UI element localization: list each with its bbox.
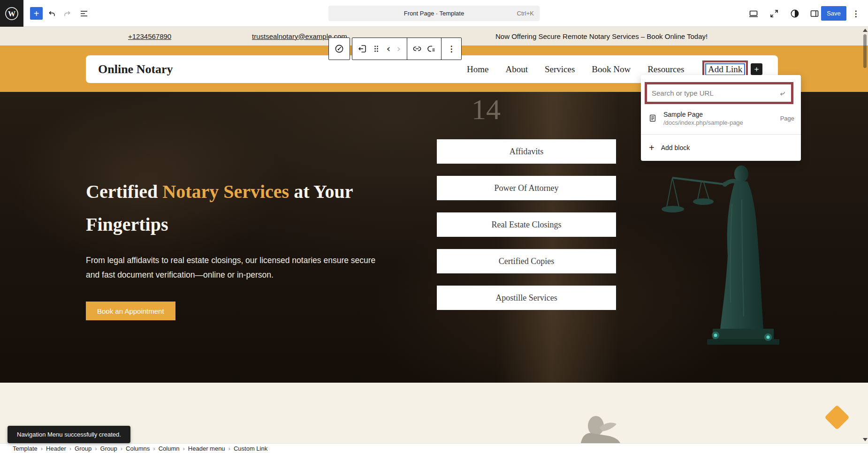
document-overview-button[interactable] — [78, 8, 90, 19]
add-submenu-button[interactable] — [426, 43, 437, 54]
phone-link[interactable]: +1234567890 — [128, 27, 171, 45]
breadcrumb-button[interactable]: Group — [75, 445, 91, 452]
block-breadcrumb: Template › Header › Group › Group › Colu… — [0, 443, 868, 453]
snackbar-notice[interactable]: Navigation Menu successfully created. — [8, 426, 130, 443]
svg-text:W: W — [8, 9, 15, 17]
plus-icon: + — [754, 65, 759, 73]
breadcrumb-separator-icon: › — [183, 445, 184, 452]
document-title: Front Page · Template — [404, 10, 464, 17]
link-button[interactable] — [411, 43, 423, 54]
drag-handle[interactable] — [371, 43, 382, 54]
list-view-icon — [78, 8, 90, 19]
breadcrumb-item: Header menu › — [188, 445, 230, 452]
command-shortcut: Ctrl+K — [517, 10, 534, 17]
wordpress-logo[interactable]: W — [0, 0, 23, 27]
chevron-right-icon: › — [397, 44, 401, 54]
link-icon — [411, 43, 423, 54]
document-title-button[interactable]: Front Page · Template Ctrl+K — [328, 6, 540, 21]
scroll-up-arrow[interactable] — [863, 29, 868, 32]
breadcrumb-button[interactable]: Group — [100, 445, 117, 452]
service-item[interactable]: Certified Copies — [437, 249, 616, 273]
scroll-down-arrow[interactable] — [863, 438, 868, 441]
search-result-sample-page[interactable]: Sample Page /docs/index.php/sample-page … — [641, 107, 801, 129]
exit-box-icon — [357, 43, 368, 54]
nav-link[interactable]: Home — [467, 64, 488, 75]
zoom-out-button[interactable] — [769, 8, 780, 19]
preview-button[interactable] — [748, 8, 759, 19]
plus-icon: + — [34, 9, 39, 18]
hero-heading: Certified Notary Services at Your Finger… — [86, 175, 396, 241]
breadcrumb-item: Group › — [75, 445, 97, 452]
breadcrumb-item: Group › — [100, 445, 122, 452]
page-document-icon — [647, 113, 658, 123]
result-type-badge: Page — [780, 115, 794, 122]
fullscreen-icon — [769, 8, 780, 19]
breadcrumb-button[interactable]: Columns — [126, 445, 150, 452]
wordpress-icon: W — [4, 6, 19, 21]
breadcrumb-button[interactable]: Column — [159, 445, 180, 452]
nav-link[interactable]: Resources — [647, 64, 684, 75]
breadcrumb-button[interactable]: Template — [13, 445, 38, 452]
chevron-left-icon: ‹ — [387, 44, 391, 54]
block-toolbar-type — [328, 38, 350, 60]
add-link-label[interactable]: Add Link — [705, 63, 745, 76]
breadcrumb-separator-icon: › — [69, 445, 71, 452]
contrast-icon — [789, 8, 800, 19]
block-options-button[interactable]: ⋮ — [446, 43, 457, 54]
undo-icon — [46, 8, 58, 19]
service-item[interactable]: Affidavits — [437, 139, 616, 164]
add-nav-item-button[interactable]: + — [751, 63, 762, 75]
book-appointment-button[interactable]: Book an Appointment — [86, 302, 175, 320]
wordpress-site-editor: W + — [0, 0, 868, 453]
breadcrumb-separator-icon: › — [228, 445, 230, 452]
block-inserter-button[interactable]: + — [30, 7, 43, 20]
select-parent-button[interactable] — [357, 43, 368, 54]
lady-justice-statue — [655, 148, 786, 345]
nav-link[interactable]: About — [505, 64, 528, 75]
undo-button[interactable] — [46, 8, 58, 19]
drag-dots-icon — [371, 43, 382, 54]
breadcrumb-item: Column › — [159, 445, 185, 452]
styles-button[interactable] — [789, 8, 800, 19]
service-item[interactable]: Real Estate Closings — [437, 212, 616, 237]
submenu-icon — [426, 43, 437, 54]
breadcrumb-separator-icon: › — [153, 445, 155, 452]
nav-link[interactable]: Services — [545, 64, 575, 75]
options-menu-button[interactable]: ⋮ — [850, 8, 861, 19]
add-block-button[interactable]: + Add block — [641, 135, 801, 161]
compass-icon — [334, 43, 345, 54]
plus-icon: + — [649, 143, 655, 152]
kebab-icon: ⋮ — [448, 45, 456, 53]
scrollbar-thumb[interactable] — [863, 34, 867, 68]
custom-link-block-button[interactable] — [334, 43, 345, 54]
gold-diamond-decor — [824, 405, 850, 430]
breadcrumb-button[interactable]: Header — [46, 445, 66, 452]
redo-icon — [61, 8, 73, 19]
toolbar-group-link — [407, 38, 441, 60]
redo-button[interactable] — [61, 8, 73, 19]
toolbar-group-options: ⋮ — [441, 38, 461, 60]
site-logo-text[interactable]: Online Notary — [98, 55, 173, 83]
breadcrumb-button[interactable]: Custom Link — [234, 445, 267, 452]
nav-link[interactable]: Book Now — [592, 64, 631, 75]
link-search-input[interactable] — [647, 89, 777, 97]
breadcrumb-separator-icon: › — [41, 445, 43, 452]
toolbar-group-move: ‹ › — [352, 38, 407, 60]
sidebar-panel-icon — [809, 8, 820, 19]
breadcrumb-item: Columns › — [126, 445, 155, 452]
background-page-number: 14 — [472, 93, 501, 126]
save-button[interactable]: Save — [821, 6, 846, 21]
service-item[interactable]: Apostille Services — [437, 286, 616, 310]
move-left-button[interactable]: ‹ — [385, 44, 392, 54]
block-toolbar: ‹ › — [352, 38, 462, 60]
move-right-button[interactable]: › — [395, 44, 403, 54]
link-search-box — [645, 82, 793, 104]
statue-fragment — [571, 412, 635, 443]
breadcrumb-item: Custom Link › — [234, 445, 267, 452]
settings-sidebar-button[interactable] — [809, 8, 820, 19]
service-item[interactable]: Power Of Attorney — [437, 176, 616, 200]
breadcrumb-item: Header › — [46, 445, 71, 452]
breadcrumb-separator-icon: › — [121, 445, 122, 452]
breadcrumb-button[interactable]: Header menu — [188, 445, 225, 452]
services-list: AffidavitsPower Of AttorneyReal Estate C… — [437, 139, 616, 322]
